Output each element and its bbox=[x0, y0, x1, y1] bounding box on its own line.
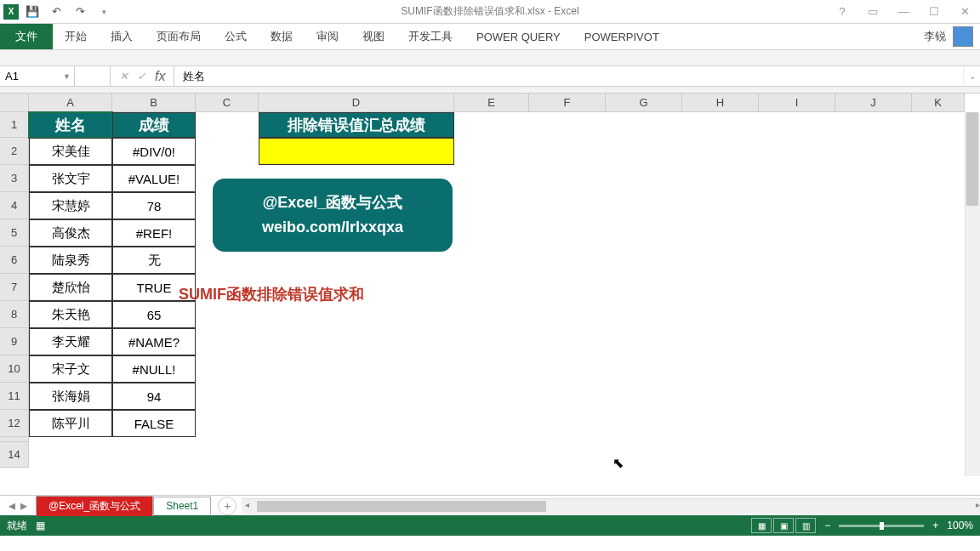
formula-input[interactable]: 姓名 bbox=[174, 66, 963, 86]
cell-B6[interactable]: 无 bbox=[112, 247, 196, 274]
sheet-tab-2[interactable]: Sheet1 bbox=[153, 497, 211, 514]
row-header-11[interactable]: 11 bbox=[0, 383, 29, 410]
zoom-slider[interactable] bbox=[839, 525, 924, 527]
cell-A4[interactable]: 宋慧婷 bbox=[29, 192, 112, 219]
row-header-2[interactable]: 2 bbox=[0, 138, 29, 165]
row-header-3[interactable]: 3 bbox=[0, 165, 29, 192]
macro-record-icon[interactable]: ▦ bbox=[36, 520, 45, 531]
cell-B12[interactable]: FALSE bbox=[112, 410, 196, 437]
row-header-9[interactable]: 9 bbox=[0, 328, 29, 355]
tab-data[interactable]: 数据 bbox=[259, 24, 305, 49]
cancel-formula-button[interactable]: ✕ bbox=[119, 70, 128, 82]
avatar[interactable] bbox=[953, 26, 973, 47]
cell-A10[interactable]: 宋子文 bbox=[29, 355, 112, 383]
name-box[interactable]: A1 ▼ bbox=[0, 66, 75, 86]
row-header-12[interactable]: 12 bbox=[0, 410, 29, 437]
sheet-tab-1[interactable]: @Excel_函数与公式 bbox=[36, 496, 153, 516]
cell-B4[interactable]: 78 bbox=[112, 192, 196, 219]
worksheet-grid[interactable]: ABCDEFGHIJK 12345678910111214 姓名成绩排除错误值汇… bbox=[0, 94, 980, 495]
col-header-A[interactable]: A bbox=[29, 94, 112, 112]
select-all-corner[interactable] bbox=[0, 94, 29, 112]
tab-formulas[interactable]: 公式 bbox=[213, 24, 259, 49]
sheet-nav-next-icon[interactable]: ▸ bbox=[20, 497, 27, 514]
tab-developer[interactable]: 开发工具 bbox=[396, 24, 464, 49]
scroll-right-icon[interactable]: ▸ bbox=[976, 500, 980, 509]
row-header-14[interactable]: 14 bbox=[0, 442, 29, 468]
col-header-H[interactable]: H bbox=[682, 94, 759, 112]
cell-A12[interactable]: 陈平川 bbox=[29, 410, 112, 437]
vertical-scrollbar[interactable] bbox=[965, 112, 980, 476]
sheet-nav-prev-icon[interactable]: ◂ bbox=[9, 497, 15, 514]
cell-B9[interactable]: #NAME? bbox=[112, 328, 196, 355]
cell-B11[interactable]: 94 bbox=[112, 383, 196, 410]
col-header-C[interactable]: C bbox=[196, 94, 259, 112]
col-header-D[interactable]: D bbox=[259, 94, 454, 112]
horizontal-scroll-thumb[interactable] bbox=[257, 501, 546, 512]
view-page-break-button[interactable]: ▥ bbox=[795, 518, 816, 533]
col-header-B[interactable]: B bbox=[112, 94, 196, 112]
enter-formula-button[interactable]: ✓ bbox=[137, 70, 146, 82]
save-button[interactable]: 💾 bbox=[22, 2, 43, 22]
cell-A7[interactable]: 楚欣怡 bbox=[29, 274, 112, 301]
cell-D1[interactable]: 排除错误值汇总成绩 bbox=[259, 112, 454, 138]
redo-button[interactable]: ↷ bbox=[70, 2, 90, 22]
row-header-10[interactable]: 10 bbox=[0, 355, 29, 383]
row-header-8[interactable]: 8 bbox=[0, 301, 29, 328]
tab-powerquery[interactable]: POWER QUERY bbox=[464, 24, 573, 49]
cell-D2[interactable] bbox=[259, 138, 454, 165]
undo-button[interactable]: ↶ bbox=[46, 2, 66, 22]
row-header-5[interactable]: 5 bbox=[0, 219, 29, 247]
cell-B1[interactable]: 成绩 bbox=[112, 112, 196, 138]
cell-B8[interactable]: 65 bbox=[112, 301, 196, 328]
tab-insert[interactable]: 插入 bbox=[99, 24, 145, 49]
tab-powerpivot[interactable]: POWERPIVOT bbox=[573, 24, 671, 49]
col-header-I[interactable]: I bbox=[759, 94, 835, 112]
name-box-dropdown-icon[interactable]: ▼ bbox=[63, 72, 71, 81]
close-button[interactable]: ✕ bbox=[949, 2, 980, 22]
col-header-G[interactable]: G bbox=[606, 94, 682, 112]
ribbon-options-button[interactable]: ▭ bbox=[858, 2, 888, 22]
cell-A9[interactable]: 李天耀 bbox=[29, 328, 112, 355]
row-header-7[interactable]: 7 bbox=[0, 274, 29, 301]
sheet-nav-buttons[interactable]: ◂ ▸ bbox=[0, 497, 36, 514]
tab-view[interactable]: 视图 bbox=[350, 24, 396, 49]
col-header-E[interactable]: E bbox=[454, 94, 529, 112]
help-button[interactable]: ? bbox=[827, 2, 858, 22]
col-header-F[interactable]: F bbox=[529, 94, 606, 112]
scroll-left-icon[interactable]: ◂ bbox=[245, 500, 249, 509]
cell-A3[interactable]: 张文宇 bbox=[29, 165, 112, 192]
view-normal-button[interactable]: ▦ bbox=[751, 518, 772, 533]
cell-A2[interactable]: 宋美佳 bbox=[29, 138, 112, 165]
col-header-J[interactable]: J bbox=[835, 94, 912, 112]
view-page-layout-button[interactable]: ▣ bbox=[773, 518, 794, 533]
qat-customize-button[interactable]: ▾ bbox=[94, 2, 114, 22]
add-sheet-button[interactable]: + bbox=[218, 497, 236, 515]
cell-A11[interactable]: 张海娟 bbox=[29, 383, 112, 410]
tab-review[interactable]: 审阅 bbox=[305, 24, 350, 49]
zoom-in-button[interactable]: + bbox=[932, 520, 938, 531]
cell-B5[interactable]: #REF! bbox=[112, 219, 196, 247]
zoom-slider-thumb[interactable] bbox=[880, 522, 884, 530]
minimize-button[interactable]: — bbox=[888, 2, 919, 22]
tab-home[interactable]: 开始 bbox=[53, 24, 99, 49]
tab-layout[interactable]: 页面布局 bbox=[145, 24, 213, 49]
user-name[interactable]: 李锐 bbox=[924, 29, 946, 44]
horizontal-scrollbar[interactable]: ◂ ▸ bbox=[245, 499, 980, 514]
col-header-K[interactable]: K bbox=[912, 94, 965, 112]
tab-file[interactable]: 文件 bbox=[0, 24, 53, 49]
cell-B3[interactable]: #VALUE! bbox=[112, 165, 196, 192]
formula-expand-button[interactable]: ⌄ bbox=[963, 66, 980, 86]
cell-A6[interactable]: 陆泉秀 bbox=[29, 247, 112, 274]
cell-B2[interactable]: #DIV/0! bbox=[112, 138, 196, 165]
cell-B10[interactable]: #NULL! bbox=[112, 355, 196, 383]
fx-icon[interactable]: fx bbox=[155, 69, 165, 84]
cell-A1[interactable]: 姓名 bbox=[29, 112, 112, 138]
vertical-scroll-thumb[interactable] bbox=[966, 112, 978, 206]
row-header-4[interactable]: 4 bbox=[0, 192, 29, 219]
cell-A5[interactable]: 高俊杰 bbox=[29, 219, 112, 247]
row-header-6[interactable]: 6 bbox=[0, 247, 29, 274]
row-header-1[interactable]: 1 bbox=[0, 112, 29, 138]
zoom-level[interactable]: 100% bbox=[947, 520, 973, 531]
zoom-out-button[interactable]: − bbox=[824, 520, 830, 531]
maximize-button[interactable]: ☐ bbox=[919, 2, 949, 22]
